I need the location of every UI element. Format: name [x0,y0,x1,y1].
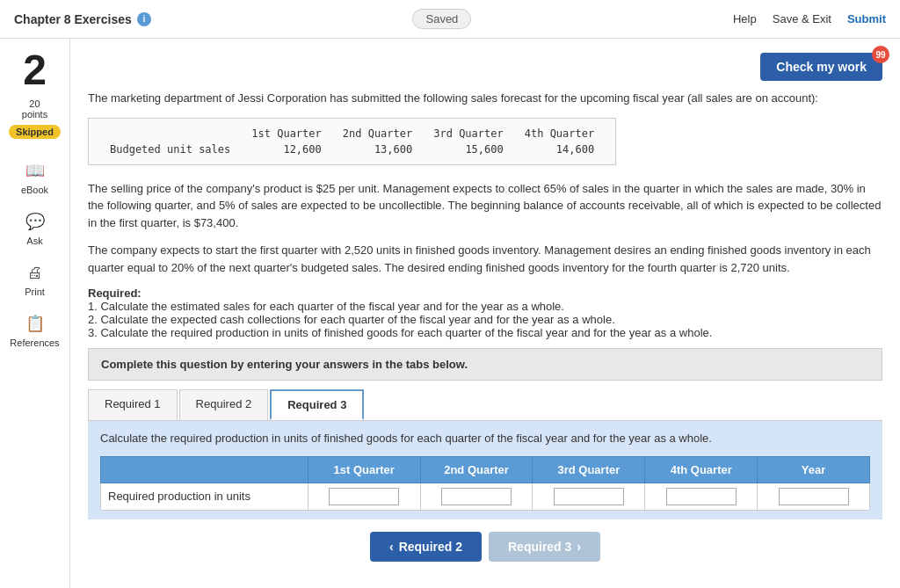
table-row-label: Budgeted unit sales [99,142,241,157]
page-title: Chapter 8 Exercises i [14,12,151,26]
q2-units: 13,600 [332,142,423,157]
forecast-table: 1st Quarter 2nd Quarter 3rd Quarter 4th … [88,118,616,165]
help-link[interactable]: Help [733,12,757,25]
input-q2[interactable] [441,488,512,505]
input-cell-year[interactable] [758,483,870,511]
tab-required-2[interactable]: Required 2 [179,389,269,420]
required-label: Required: [88,287,142,300]
next-button: Required 3 › [489,532,600,562]
info-icon[interactable]: i [137,12,151,26]
input-year[interactable] [779,488,849,505]
col-header-q2: 2nd Quarter [420,456,533,483]
ask-label: Ask [26,236,42,246]
check-my-work-button[interactable]: Check my work [760,53,882,81]
submit-link[interactable]: Submit [847,12,886,25]
input-q4[interactable] [666,488,737,505]
save-exit-link[interactable]: Save & Exit [773,12,831,25]
col-header-q3: 3rd Quarter [533,456,645,483]
check-my-work-wrapper: Check my work 99 [760,53,882,81]
col-header-year: Year [758,456,870,483]
nav-buttons: ‹ Required 2 Required 3 › [88,532,882,562]
q3-units: 15,600 [423,142,513,157]
input-cell-q3[interactable] [533,483,645,511]
tab-required-1[interactable]: Required 1 [88,389,178,420]
required-item-2: 2. Calculate the expected cash collectio… [88,313,882,326]
references-icon: 📋 [23,311,47,336]
sidebar-item-ebook[interactable]: 📖 eBook [0,153,69,200]
next-chevron-icon: › [577,540,581,554]
sidebar-item-print[interactable]: 🖨 Print [0,255,69,302]
content-header: Check my work 99 [88,53,882,81]
sidebar: 2 20 points Skipped 📖 eBook 💬 Ask 🖨 Prin… [0,39,70,588]
nav-right-group: Help Save & Exit Submit [733,12,886,25]
tabs-container: Required 1 Required 2 Required 3 [88,389,882,421]
tab-content-area: Calculate the required production in uni… [88,421,882,519]
page-layout: 2 20 points Skipped 📖 eBook 💬 Ask 🖨 Prin… [0,39,900,588]
col-header-empty [101,456,308,483]
required-item-3: 3. Calculate the required production in … [88,326,882,339]
print-label: Print [25,287,45,297]
prev-button[interactable]: ‹ Required 2 [370,532,482,562]
top-navigation: Chapter 8 Exercises i Saved Help Save & … [0,0,900,39]
problem-number: 2 [23,49,47,91]
references-label: References [10,338,59,348]
saved-badge: Saved [412,9,471,29]
skipped-badge: Skipped [9,125,61,139]
problem-text-1: The marketing department of Jessi Corpor… [88,90,882,107]
sidebar-item-ask[interactable]: 💬 Ask [0,204,69,251]
main-content: Check my work 99 The marketing departmen… [70,39,900,588]
problem-text-3: The company expects to start the first q… [88,242,882,276]
q4-units: 14,600 [514,142,605,157]
check-badge-count: 99 [872,46,889,63]
prev-chevron-icon: ‹ [389,540,394,554]
required-section: Required: 1. Calculate the estimated sal… [88,287,882,339]
input-q1[interactable] [329,488,399,505]
tab-description: Calculate the required production in uni… [100,430,870,447]
input-cell-q2[interactable] [420,483,533,511]
row-label: Required production in units [101,483,308,511]
required-item-1: 1. Calculate the estimated sales for eac… [88,300,882,313]
input-q3[interactable] [554,488,624,505]
points-label: 20 points [22,98,47,120]
sidebar-item-references[interactable]: 📋 References [0,306,69,353]
input-cell-q1[interactable] [308,483,420,511]
q1-units: 12,600 [241,142,331,157]
production-table: 1st Quarter 2nd Quarter 3rd Quarter 4th … [100,456,870,512]
table-row: Required production in units [101,483,870,511]
ebook-label: eBook [21,185,48,195]
problem-text-2: The selling price of the company's produ… [88,180,882,232]
complete-banner: Complete this question by entering your … [88,348,882,381]
input-cell-q4[interactable] [645,483,758,511]
col-header-q1: 1st Quarter [308,456,420,483]
print-icon: 🖨 [23,260,47,285]
ask-icon: 💬 [23,209,47,234]
ebook-icon: 📖 [23,158,47,183]
col-header-q4: 4th Quarter [645,456,758,483]
tab-required-3[interactable]: Required 3 [270,389,364,420]
